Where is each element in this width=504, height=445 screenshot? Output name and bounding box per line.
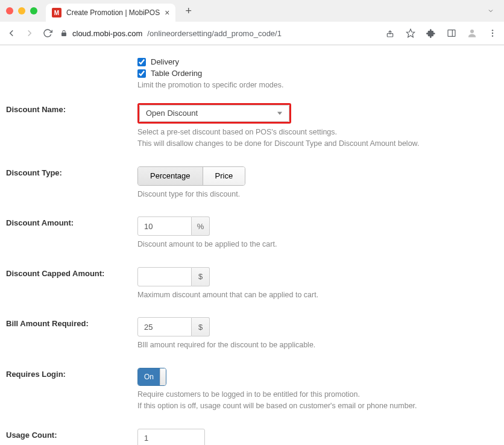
discount-amount-label: Discount Amount: bbox=[6, 218, 74, 227]
discount-capped-row: Discount Capped Amount: $ Maximum discou… bbox=[6, 267, 498, 301]
forward-button bbox=[24, 28, 35, 39]
table-ordering-checkbox[interactable] bbox=[137, 69, 146, 78]
discount-name-help1: Select a pre-set discount based on POS's… bbox=[137, 127, 498, 138]
percent-addon: % bbox=[192, 216, 210, 236]
svg-point-4 bbox=[470, 30, 474, 33]
lock-icon bbox=[60, 30, 68, 37]
requires-login-toggle[interactable]: On bbox=[137, 368, 166, 386]
requires-login-help2: If this option is off, usage count will … bbox=[137, 401, 498, 412]
usage-count-input[interactable] bbox=[137, 429, 205, 446]
dollar-addon: $ bbox=[192, 267, 210, 286]
svg-marker-1 bbox=[406, 29, 414, 37]
bill-required-help: BIll amount required for the discount to… bbox=[137, 340, 498, 351]
chevron-down-icon[interactable] bbox=[487, 7, 494, 14]
star-icon[interactable] bbox=[405, 28, 416, 39]
discount-type-segmented: Percentage Price bbox=[137, 166, 245, 186]
requires-login-label: Requires Login: bbox=[6, 370, 66, 379]
promotion-form: Delivery Table Ordering Limit the promot… bbox=[0, 45, 504, 445]
svg-point-5 bbox=[492, 30, 493, 31]
delivery-checkbox[interactable] bbox=[137, 58, 146, 66]
requires-login-help1: Require customers to be logged in to be … bbox=[137, 390, 498, 400]
address-bar[interactable]: cloud.mobi-pos.com/onlineordersetting/ad… bbox=[60, 29, 377, 38]
back-button[interactable] bbox=[6, 28, 17, 39]
discount-capped-help: Maximum discount amount that can be appl… bbox=[137, 290, 498, 301]
browser-tab[interactable]: M Create Promotion | MobiPOS × bbox=[46, 4, 175, 22]
svg-point-6 bbox=[492, 33, 493, 34]
minimize-window-button[interactable] bbox=[18, 7, 25, 14]
discount-type-price[interactable]: Price bbox=[203, 167, 245, 185]
usage-count-row: Usage Count: Leaving it as empty or 0 in… bbox=[6, 429, 498, 446]
url-host: cloud.mobi-pos.com bbox=[72, 29, 142, 38]
order-modes-row: Delivery Table Ordering Limit the promot… bbox=[6, 57, 498, 91]
svg-rect-2 bbox=[448, 30, 455, 37]
panel-icon[interactable] bbox=[446, 28, 457, 39]
bill-required-row: Bill Amount Required: $ BIll amount requ… bbox=[6, 317, 498, 351]
svg-point-7 bbox=[492, 35, 493, 36]
browser-toolbar: cloud.mobi-pos.com/onlineordersetting/ad… bbox=[0, 22, 504, 45]
maximize-window-button[interactable] bbox=[30, 7, 37, 14]
new-tab-button[interactable]: + bbox=[185, 5, 192, 17]
profile-icon[interactable] bbox=[467, 28, 477, 39]
close-window-button[interactable] bbox=[6, 7, 13, 14]
discount-name-value: Open Discount bbox=[146, 109, 198, 118]
tab-title: Create Promotion | MobiPOS bbox=[66, 8, 160, 17]
discount-type-help: Discount type for this discount. bbox=[137, 189, 498, 200]
discount-name-help2: This will disallow changes to be done fo… bbox=[137, 139, 498, 150]
discount-capped-label: Discount Capped Amount: bbox=[6, 269, 104, 278]
url-path: /onlineordersetting/add_promo_code/1 bbox=[147, 29, 282, 38]
discount-amount-input[interactable] bbox=[137, 216, 192, 236]
discount-type-label: Discount Type: bbox=[6, 168, 62, 177]
discount-type-row: Discount Type: Percentage Price Discount… bbox=[6, 166, 498, 200]
discount-capped-input[interactable] bbox=[137, 267, 192, 286]
requires-login-row: Requires Login: On Require customers to … bbox=[6, 368, 498, 412]
discount-name-label: Discount Name: bbox=[6, 105, 66, 114]
window-controls bbox=[6, 7, 37, 14]
reload-button[interactable] bbox=[42, 28, 53, 39]
bill-required-input[interactable] bbox=[137, 317, 192, 336]
discount-name-row: Discount Name: Open Discount Select a pr… bbox=[6, 103, 498, 150]
delivery-checkbox-row: Delivery bbox=[137, 57, 498, 66]
order-modes-help: Limit the promotion to specific order mo… bbox=[137, 80, 498, 91]
table-ordering-checkbox-row: Table Ordering bbox=[137, 69, 498, 78]
toggle-handle bbox=[160, 368, 166, 385]
discount-amount-row: Discount Amount: % Discount amount to be… bbox=[6, 216, 498, 250]
mobipos-favicon: M bbox=[52, 8, 61, 17]
kebab-menu-icon[interactable] bbox=[487, 28, 498, 39]
browser-chrome: M Create Promotion | MobiPOS × + cloud.m… bbox=[0, 0, 504, 45]
dollar-addon-2: $ bbox=[192, 317, 210, 336]
discount-amount-help: Discount amount to be applied to the car… bbox=[137, 239, 498, 250]
usage-count-label: Usage Count: bbox=[6, 431, 57, 440]
delivery-label: Delivery bbox=[151, 57, 179, 66]
table-ordering-label: Table Ordering bbox=[151, 69, 202, 78]
toggle-on-label: On bbox=[138, 368, 160, 385]
titlebar: M Create Promotion | MobiPOS × + bbox=[0, 0, 504, 22]
extensions-icon[interactable] bbox=[426, 28, 436, 39]
discount-type-percentage[interactable]: Percentage bbox=[138, 167, 203, 185]
bill-required-label: Bill Amount Required: bbox=[6, 319, 89, 328]
discount-name-select[interactable]: Open Discount bbox=[139, 105, 289, 122]
close-tab-icon[interactable]: × bbox=[165, 8, 169, 17]
share-icon[interactable] bbox=[385, 28, 395, 39]
discount-name-select-highlight: Open Discount bbox=[137, 103, 291, 124]
